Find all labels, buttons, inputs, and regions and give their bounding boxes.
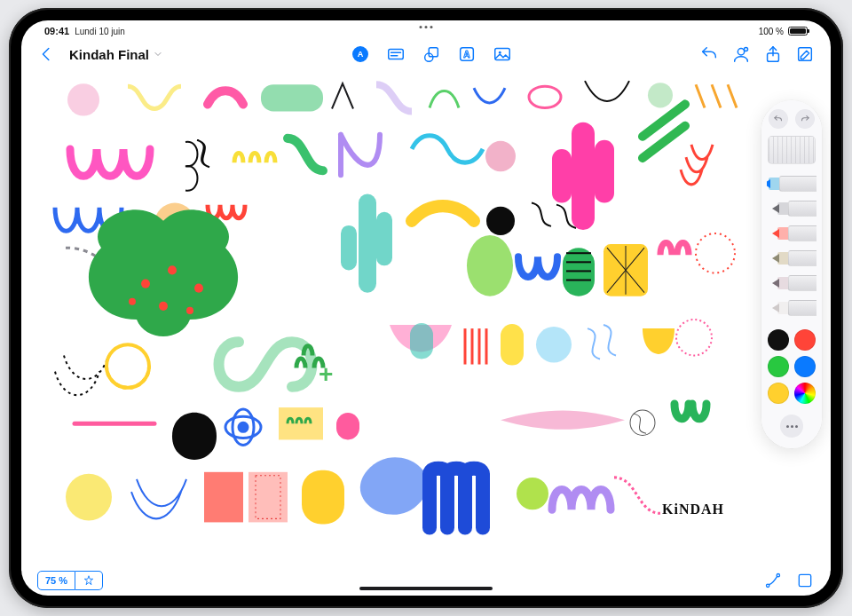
palette-redo-button[interactable] xyxy=(795,109,815,129)
palette-more-button[interactable] xyxy=(780,415,803,438)
palette-undo-button[interactable] xyxy=(769,109,788,129)
svg-point-19 xyxy=(648,83,673,107)
chevron-down-icon xyxy=(153,47,163,62)
color-black[interactable] xyxy=(768,329,789,351)
svg-text:+: + xyxy=(319,360,333,388)
svg-point-30 xyxy=(186,307,193,314)
status-bar: 09:41 Lundi 10 juin 100 % xyxy=(21,20,831,40)
zoom-level-button[interactable]: 75 % xyxy=(37,571,75,590)
shapes-tool-button[interactable] xyxy=(422,44,441,64)
svg-rect-20 xyxy=(572,122,595,230)
color-blue[interactable] xyxy=(794,356,816,377)
color-green[interactable] xyxy=(768,356,789,377)
svg-point-12 xyxy=(738,49,744,55)
artist-signature: KiNDAH xyxy=(662,501,724,517)
eraser-tool[interactable] xyxy=(772,297,816,319)
svg-rect-10 xyxy=(495,49,510,60)
inspector-button[interactable] xyxy=(795,571,815,590)
svg-rect-32 xyxy=(341,225,357,271)
navigator-button[interactable] xyxy=(75,571,103,590)
color-picker-wheel[interactable] xyxy=(794,383,816,404)
svg-rect-48 xyxy=(410,323,433,359)
media-tool-button[interactable] xyxy=(493,44,512,64)
screen: 09:41 Lundi 10 juin 100 % Kinda xyxy=(21,20,831,596)
svg-point-62 xyxy=(66,474,112,521)
crayon-tool[interactable] xyxy=(772,272,816,294)
svg-rect-71 xyxy=(799,574,810,586)
markup-tool-button[interactable]: A xyxy=(351,44,370,64)
svg-point-16 xyxy=(67,83,99,115)
svg-point-55 xyxy=(676,320,712,355)
status-date: Lundi 10 juin xyxy=(75,27,125,36)
undo-button[interactable] xyxy=(699,44,719,64)
svg-rect-64 xyxy=(248,472,288,523)
svg-rect-17 xyxy=(261,84,323,111)
document-title-text: Kindah Final xyxy=(69,47,149,62)
svg-rect-53 xyxy=(501,324,524,365)
svg-rect-6 xyxy=(429,48,438,57)
svg-point-27 xyxy=(194,284,203,293)
svg-rect-31 xyxy=(359,194,376,293)
text-style-button[interactable]: A xyxy=(457,44,477,64)
svg-point-45 xyxy=(696,233,735,272)
battery-icon xyxy=(788,27,808,36)
pencil-tool[interactable] xyxy=(772,248,816,269)
collaborate-button[interactable] xyxy=(731,44,751,64)
svg-point-18 xyxy=(529,86,561,107)
svg-point-28 xyxy=(159,302,168,311)
svg-point-23 xyxy=(485,141,516,171)
marker-tool[interactable] xyxy=(772,223,816,244)
svg-rect-63 xyxy=(204,472,243,523)
svg-rect-66 xyxy=(302,470,344,525)
document-toolbar: Kindah Final A A xyxy=(21,40,831,68)
svg-rect-33 xyxy=(376,212,392,266)
svg-point-54 xyxy=(536,327,572,362)
share-button[interactable] xyxy=(763,44,783,64)
svg-point-34 xyxy=(486,207,515,235)
svg-point-29 xyxy=(129,298,136,305)
svg-point-67 xyxy=(517,478,548,509)
back-button[interactable] xyxy=(37,44,57,64)
document-title-button[interactable]: Kindah Final xyxy=(69,47,163,62)
svg-rect-22 xyxy=(595,140,614,203)
drawing-canvas[interactable]: + xyxy=(21,68,831,571)
brush-tool[interactable] xyxy=(772,198,816,219)
svg-marker-68 xyxy=(84,576,92,585)
home-indicator[interactable] xyxy=(359,587,493,590)
multitask-dots-icon[interactable] xyxy=(420,26,433,28)
pen-tool[interactable] xyxy=(767,173,816,194)
svg-point-26 xyxy=(168,265,177,274)
svg-point-11 xyxy=(499,51,501,54)
svg-rect-3 xyxy=(389,50,404,59)
drawing-tool-palette xyxy=(761,100,822,448)
compose-button[interactable] xyxy=(795,44,815,64)
color-red[interactable] xyxy=(794,329,816,351)
ruler-tool[interactable] xyxy=(768,136,816,164)
svg-point-35 xyxy=(467,235,513,296)
svg-point-25 xyxy=(141,280,150,288)
svg-text:A: A xyxy=(358,50,364,59)
ipad-frame: 09:41 Lundi 10 juin 100 % Kinda xyxy=(9,8,843,608)
svg-rect-60 xyxy=(336,413,359,439)
svg-rect-21 xyxy=(552,149,572,203)
svg-point-58 xyxy=(239,423,248,431)
svg-text:A: A xyxy=(463,50,470,59)
textbox-tool-button[interactable] xyxy=(386,44,406,64)
battery-label: 100 % xyxy=(759,27,784,36)
status-time: 09:41 xyxy=(44,26,69,36)
svg-point-13 xyxy=(744,47,747,51)
color-yellow[interactable] xyxy=(768,383,789,404)
link-nodes-button[interactable] xyxy=(763,571,783,590)
color-swatches xyxy=(768,329,816,404)
